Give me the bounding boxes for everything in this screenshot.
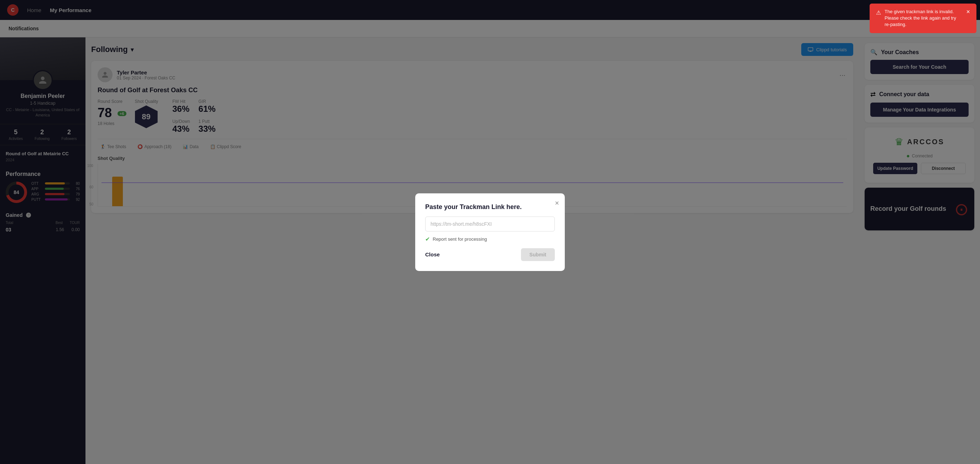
success-check-icon: ✔ <box>425 236 430 243</box>
toast-close-button[interactable]: × <box>966 8 970 15</box>
error-toast: ⚠ The given trackman link is invalid. Pl… <box>870 3 977 33</box>
modal-submit-button[interactable]: Submit <box>521 248 555 261</box>
trackman-modal: Paste your Trackman Link here. × ✔ Repor… <box>415 193 565 271</box>
modal-overlay[interactable]: Paste your Trackman Link here. × ✔ Repor… <box>0 0 980 464</box>
toast-warning-icon: ⚠ <box>876 9 881 17</box>
modal-close-button[interactable]: Close <box>425 249 440 260</box>
modal-actions: Close Submit <box>425 248 555 261</box>
modal-success-message: ✔ Report sent for processing <box>425 236 555 243</box>
modal-close-x-button[interactable]: × <box>555 199 559 207</box>
toast-message: The given trackman link is invalid. Plea… <box>885 8 963 28</box>
trackman-link-input[interactable] <box>425 216 555 232</box>
success-text: Report sent for processing <box>433 237 487 242</box>
modal-title: Paste your Trackman Link here. <box>425 203 555 211</box>
